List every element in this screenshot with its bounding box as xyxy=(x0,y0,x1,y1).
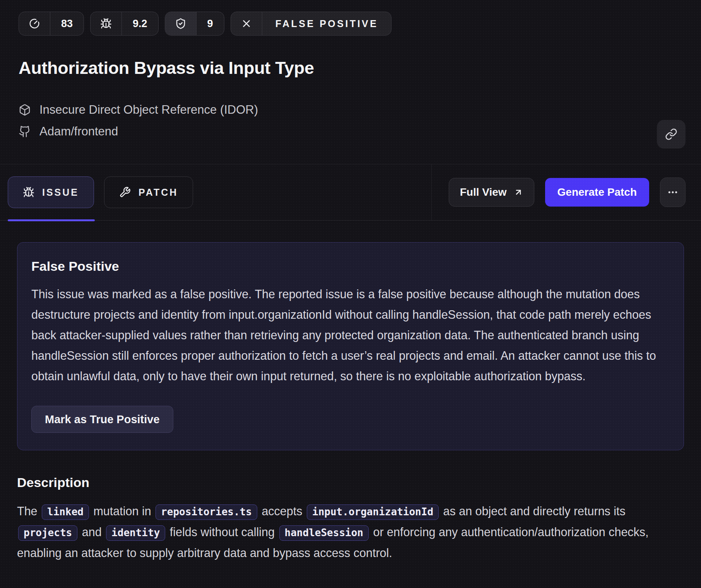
repository-row[interactable]: Adam/frontend xyxy=(19,125,682,138)
wrench-icon xyxy=(119,186,131,198)
issue-content: False Positive This issue was marked as … xyxy=(0,242,701,563)
gauge-icon xyxy=(19,12,50,35)
shield-check-icon xyxy=(165,12,196,35)
ellipsis-icon xyxy=(667,186,679,198)
copy-link-button[interactable] xyxy=(657,120,686,149)
description-section: Description The linked mutation in repos… xyxy=(17,475,684,563)
code-chip-identity: identity xyxy=(106,525,165,541)
toolbar-actions: Full View Generate Patch xyxy=(431,164,701,220)
cube-icon xyxy=(19,104,31,116)
arrow-up-right-icon xyxy=(514,188,523,197)
score-badge[interactable]: 83 xyxy=(19,12,84,36)
code-chip-linked: linked xyxy=(42,504,89,520)
false-positive-title: False Positive xyxy=(31,259,670,274)
description-heading: Description xyxy=(17,475,684,490)
generate-patch-button[interactable]: Generate Patch xyxy=(545,178,649,207)
status-badge[interactable]: FALSE POSITIVE xyxy=(231,12,392,36)
status-label: FALSE POSITIVE xyxy=(262,12,392,35)
category-row: Insecure Direct Object Reference (IDOR) xyxy=(19,103,682,117)
code-chip-handlesession: handleSession xyxy=(279,525,369,541)
full-view-button[interactable]: Full View xyxy=(449,178,534,207)
active-tab-indicator xyxy=(8,219,95,221)
toolbar: ISSUE PATCH Full View Generate Patch xyxy=(0,164,701,220)
code-chip-projects: projects xyxy=(18,525,77,541)
description-segment: fields without calling xyxy=(166,525,278,538)
mark-true-positive-button[interactable]: Mark as True Positive xyxy=(31,406,173,433)
description-segment: and xyxy=(79,525,105,538)
tab-issue[interactable]: ISSUE xyxy=(8,176,94,208)
description-segment: accepts xyxy=(258,504,306,518)
confidence-badge[interactable]: 9 xyxy=(165,12,224,36)
bug-icon xyxy=(23,186,34,198)
false-positive-card: False Positive This issue was marked as … xyxy=(17,242,684,450)
issue-meta: Insecure Direct Object Reference (IDOR) … xyxy=(19,103,682,138)
tab-list: ISSUE PATCH xyxy=(0,164,431,220)
full-view-label: Full View xyxy=(460,186,507,198)
description-segment: mutation in xyxy=(90,504,154,518)
tab-patch[interactable]: PATCH xyxy=(104,176,193,208)
code-chip-input-organizationid: input.organizationId xyxy=(307,504,439,520)
description-segment: The xyxy=(17,504,41,518)
issue-header: 83 9.2 9 FALSE POSITIVE Authorization By… xyxy=(0,0,701,138)
severity-badge[interactable]: 9.2 xyxy=(90,12,159,36)
bug-icon xyxy=(91,12,121,35)
x-icon xyxy=(231,12,262,35)
link-icon xyxy=(665,128,677,140)
metrics-row: 83 9.2 9 FALSE POSITIVE xyxy=(19,12,682,36)
repository-label: Adam/frontend xyxy=(39,125,118,138)
tab-patch-label: PATCH xyxy=(138,187,178,198)
score-value: 83 xyxy=(50,12,84,35)
tab-issue-label: ISSUE xyxy=(42,187,79,198)
severity-value: 9.2 xyxy=(121,12,158,35)
github-icon xyxy=(19,125,31,138)
more-options-button[interactable] xyxy=(660,178,686,207)
confidence-value: 9 xyxy=(196,12,224,35)
page-title: Authorization Bypass via Input Type xyxy=(19,58,682,78)
false-positive-body: This issue was marked as a false positiv… xyxy=(31,284,670,386)
category-label: Insecure Direct Object Reference (IDOR) xyxy=(39,103,258,117)
description-text: The linked mutation in repositories.ts a… xyxy=(17,501,684,563)
description-segment: as an object and directly returns its xyxy=(440,504,626,518)
code-chip-repositories-ts: repositories.ts xyxy=(156,504,257,520)
